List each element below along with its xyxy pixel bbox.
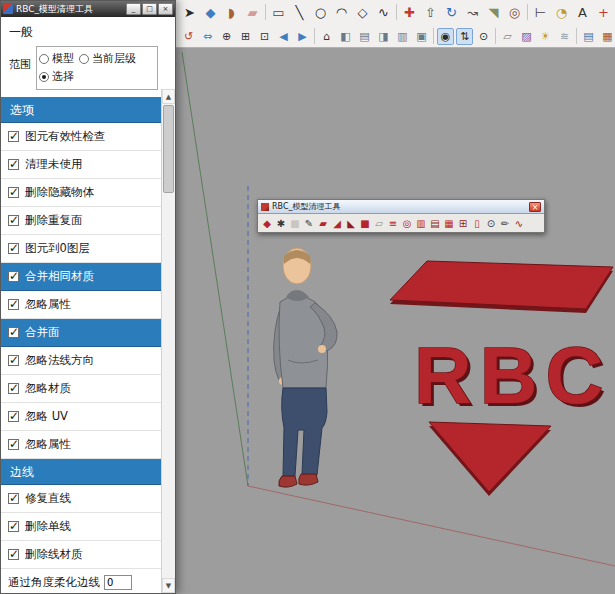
radio-icon[interactable] bbox=[39, 72, 49, 82]
option-row[interactable]: 合并面 bbox=[1, 319, 162, 347]
checkbox-icon[interactable] bbox=[8, 411, 19, 422]
layers-red-icon[interactable]: ▤ bbox=[428, 216, 442, 230]
styles-icon[interactable]: ▨ bbox=[518, 28, 535, 45]
protractor-icon[interactable]: ◔ bbox=[552, 3, 571, 22]
close-button[interactable]: × bbox=[158, 3, 173, 15]
checkbox-icon[interactable] bbox=[8, 243, 19, 254]
move-tool-icon[interactable]: ✚ bbox=[400, 3, 419, 22]
follow-me-tool-icon[interactable]: ↝ bbox=[463, 3, 482, 22]
person-figure[interactable] bbox=[274, 248, 337, 487]
option-row[interactable]: 忽略属性 bbox=[1, 431, 162, 459]
radio-icon[interactable] bbox=[79, 54, 89, 64]
iso-view-icon[interactable]: ◧ bbox=[337, 28, 354, 45]
checkbox-icon[interactable] bbox=[8, 271, 19, 282]
front-view-icon[interactable]: ◨ bbox=[375, 28, 392, 45]
scroll-up-icon[interactable]: ▲ bbox=[162, 89, 175, 104]
scope-option-2[interactable]: 当前层级 bbox=[79, 51, 136, 66]
eraser-icon[interactable]: ▰ bbox=[243, 3, 262, 22]
checkbox-icon[interactable] bbox=[8, 549, 19, 560]
viewport[interactable]: RBC RBC bbox=[176, 48, 615, 594]
floating-toolbar-titlebar[interactable]: RBC_模型清理工具 × bbox=[258, 200, 544, 214]
dialog-scrollbar[interactable]: ▲ ▼ bbox=[161, 89, 175, 593]
grid-icon[interactable]: ⊞ bbox=[456, 216, 470, 230]
zoom-tool-icon[interactable]: ⊕ bbox=[218, 28, 235, 45]
option-row[interactable]: 删除单线 bbox=[1, 513, 162, 541]
layers-icon[interactable]: ▤ bbox=[580, 28, 597, 45]
compass-icon[interactable]: ⊙ bbox=[484, 216, 498, 230]
zoom-extents-icon[interactable]: ⊡ bbox=[256, 28, 273, 45]
brush-icon[interactable]: ▰ bbox=[316, 216, 330, 230]
stack-icon[interactable]: ≡ bbox=[386, 216, 400, 230]
knife-icon[interactable]: ◢ bbox=[330, 216, 344, 230]
cube-white-icon[interactable]: ■ bbox=[288, 216, 302, 230]
soften-angle-input[interactable] bbox=[104, 575, 132, 590]
purge-icon[interactable]: ◆ bbox=[260, 216, 274, 230]
walk-icon[interactable]: ⇅ bbox=[456, 28, 473, 45]
pen-icon[interactable]: ✏ bbox=[498, 216, 512, 230]
polygon-tool-icon[interactable]: ◇ bbox=[353, 3, 372, 22]
section-cut-icon[interactable]: ▱ bbox=[499, 28, 516, 45]
plane-icon[interactable]: ▱ bbox=[372, 216, 386, 230]
cube-red-icon[interactable]: ■ bbox=[358, 216, 372, 230]
option-row[interactable]: 清理未使用 bbox=[1, 151, 162, 179]
checkbox-icon[interactable] bbox=[8, 383, 19, 394]
checkbox-icon[interactable] bbox=[8, 439, 19, 450]
checkbox-icon[interactable] bbox=[8, 159, 19, 170]
look-around-icon[interactable]: ⊙ bbox=[475, 28, 492, 45]
option-row[interactable]: 图元有效性检查 bbox=[1, 123, 162, 151]
minimize-button[interactable]: _ bbox=[126, 3, 141, 15]
scale-tool-icon[interactable]: ◥ bbox=[484, 3, 503, 22]
radio-icon[interactable] bbox=[39, 54, 49, 64]
axes-tool-icon[interactable]: + bbox=[594, 3, 613, 22]
shadows-icon[interactable]: ☀ bbox=[537, 28, 554, 45]
checkbox-icon[interactable] bbox=[8, 187, 19, 198]
chip-icon[interactable]: ▦ bbox=[442, 216, 456, 230]
make-component-icon[interactable]: ◆ bbox=[201, 3, 220, 22]
back-view-icon[interactable]: ▣ bbox=[413, 28, 430, 45]
option-row[interactable]: 修复直线 bbox=[1, 485, 162, 513]
next-view-icon[interactable]: ▶ bbox=[294, 28, 311, 45]
scroll-down-icon[interactable]: ▼ bbox=[162, 578, 175, 593]
checkbox-icon[interactable] bbox=[8, 355, 19, 366]
orbit-icon[interactable]: ↺ bbox=[180, 28, 197, 45]
option-row[interactable]: 忽略 UV bbox=[1, 403, 162, 431]
gear-icon[interactable]: ✱ bbox=[274, 216, 288, 230]
maximize-button[interactable]: □ bbox=[142, 3, 157, 15]
checkbox-icon[interactable] bbox=[8, 215, 19, 226]
freehand-tool-icon[interactable]: ∿ bbox=[374, 3, 393, 22]
home-view-icon[interactable]: ⌂ bbox=[318, 28, 335, 45]
select-tool-icon[interactable]: ➤ bbox=[180, 3, 199, 22]
rotate-tool-icon[interactable]: ↻ bbox=[442, 3, 461, 22]
option-row[interactable]: 忽略材质 bbox=[1, 375, 162, 403]
circle-tool-icon[interactable]: ○ bbox=[311, 3, 330, 22]
paint-bucket-icon[interactable]: ◗ bbox=[222, 3, 241, 22]
pencil-icon[interactable]: ✎ bbox=[302, 216, 316, 230]
tape-measure-icon[interactable]: ⊢ bbox=[531, 3, 550, 22]
option-row[interactable]: 删除隐藏物体 bbox=[1, 179, 162, 207]
dialog-titlebar[interactable]: RBC_模型清理工具 _□× bbox=[1, 1, 175, 17]
top-view-icon[interactable]: ▤ bbox=[356, 28, 373, 45]
offset-tool-icon[interactable]: ◎ bbox=[505, 3, 524, 22]
panel-icon[interactable]: ▥ bbox=[414, 216, 428, 230]
materials-icon[interactable]: ▦ bbox=[599, 28, 615, 45]
curve-icon[interactable]: ∿ bbox=[512, 216, 526, 230]
line-tool-icon[interactable]: ╲ bbox=[290, 3, 309, 22]
option-row[interactable]: 删除线材质 bbox=[1, 541, 162, 569]
rectangle-tool-icon[interactable]: ▭ bbox=[269, 3, 288, 22]
option-row[interactable]: 忽略法线方向 bbox=[1, 347, 162, 375]
close-icon[interactable]: × bbox=[529, 202, 541, 212]
target-icon[interactable]: ◎ bbox=[400, 216, 414, 230]
text-tool-icon[interactable]: A bbox=[573, 3, 592, 22]
scope-option-1[interactable]: 模型 bbox=[39, 51, 74, 66]
checkbox-icon[interactable] bbox=[8, 299, 19, 310]
checkbox-icon[interactable] bbox=[8, 327, 19, 338]
checkbox-icon[interactable] bbox=[8, 493, 19, 504]
option-row[interactable]: 合并相同材质 bbox=[1, 263, 162, 291]
side-view-icon[interactable]: ▥ bbox=[394, 28, 411, 45]
rbc-logo[interactable]: RBC RBC bbox=[390, 261, 614, 496]
checkbox-icon[interactable] bbox=[8, 131, 19, 142]
push-pull-tool-icon[interactable]: ⇧ bbox=[421, 3, 440, 22]
zoom-window-icon[interactable]: ⊞ bbox=[237, 28, 254, 45]
scrollbar-thumb[interactable] bbox=[163, 105, 174, 193]
option-row[interactable]: 图元到0图层 bbox=[1, 235, 162, 263]
